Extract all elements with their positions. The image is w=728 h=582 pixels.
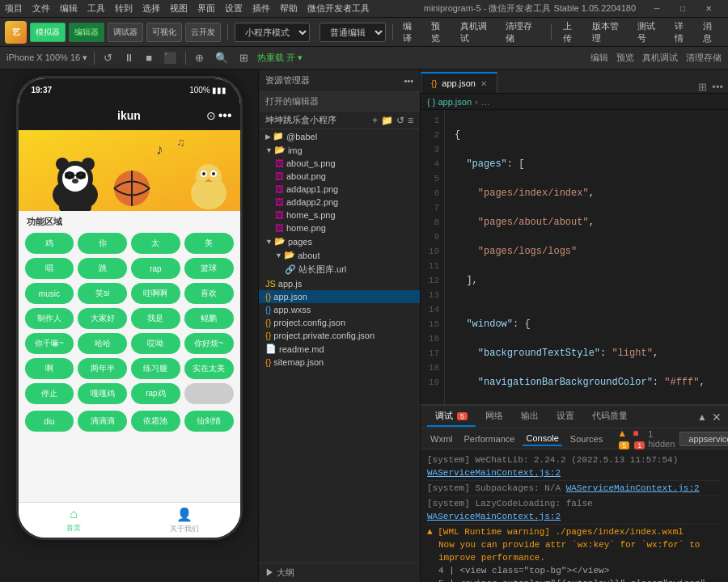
phone-func-btn[interactable]	[184, 383, 234, 404]
phone-func-btn[interactable]: 依霜池	[131, 411, 180, 432]
new-folder-icon[interactable]: 📁	[381, 115, 393, 126]
refresh-icon[interactable]: ↺	[101, 52, 115, 64]
menu-item-goto[interactable]: 转到	[115, 2, 133, 15]
tree-item-addapp1[interactable]: 🖼 addapp1.png	[259, 183, 420, 196]
console-close-icon[interactable]: ✕	[712, 411, 722, 424]
visual-button[interactable]: 可视化	[146, 23, 182, 42]
compile-mode-selector[interactable]: 普通编辑	[320, 23, 386, 42]
phone-func-btn[interactable]: 啊	[25, 358, 74, 379]
menu-item-plugins[interactable]: 插件	[252, 2, 270, 15]
code-content[interactable]: { "pages": [ "pages/index/index", "pages…	[445, 110, 728, 404]
phone-func-btn[interactable]: diu	[25, 411, 74, 432]
phone-func-btn[interactable]: 仙剑情	[184, 411, 234, 432]
editor-button[interactable]: 编辑器	[69, 23, 104, 42]
upload-button[interactable]: 上传	[560, 19, 583, 46]
menu-item-wechat[interactable]: 微信开发者工具	[307, 2, 370, 15]
minimize-button[interactable]: ─	[652, 4, 662, 14]
phone-func-btn[interactable]: 喜欢	[184, 283, 234, 304]
menu-item-view[interactable]: 视图	[170, 2, 188, 15]
breadcrumb-item[interactable]: { } app.json	[427, 97, 472, 107]
menu-item-settings[interactable]: 设置	[225, 2, 243, 15]
tree-item-home[interactable]: 🖼 home.png	[259, 221, 420, 234]
console-tab-quality[interactable]: 代码质量	[584, 407, 636, 427]
simulator-button[interactable]: 模拟器	[30, 23, 66, 42]
phone-header-share[interactable]: ⊙	[206, 109, 216, 122]
source-link[interactable]: WAServiceMainContext.js:2	[566, 483, 700, 493]
phone-func-btn[interactable]: 你千嘛~	[25, 333, 74, 354]
more-actions-icon[interactable]: •••	[712, 81, 723, 93]
debugger-button[interactable]: 调试器	[108, 23, 143, 42]
close-button[interactable]: ✕	[704, 4, 713, 14]
hotreload-toggle[interactable]: 热重载 开 ▾	[257, 52, 303, 64]
phone-func-btn[interactable]: 鸡	[25, 233, 74, 254]
console-collapse-icon[interactable]: ▲	[697, 411, 707, 423]
compile-button[interactable]: 编译	[400, 19, 423, 46]
tree-item-appwxss[interactable]: {} app.wxss	[259, 303, 420, 316]
phone-func-btn[interactable]: 哇啊啊	[131, 283, 180, 304]
phone-func-btn[interactable]: 练习腿	[131, 358, 180, 379]
phone-func-btn[interactable]: 两年半	[78, 358, 127, 379]
real-debug-btn2[interactable]: 真机调试	[642, 52, 678, 64]
phone-func-btn[interactable]: 哎呦	[131, 333, 180, 354]
new-file-icon[interactable]: +	[372, 115, 378, 126]
phone-func-btn[interactable]: 嘎嘎鸡	[78, 383, 127, 404]
phone-func-btn[interactable]: 滴滴滴	[78, 411, 127, 432]
home-icon[interactable]: ⬛	[161, 52, 179, 64]
tree-item-projprivconf[interactable]: {} project.private.config.json	[259, 329, 420, 342]
source-link[interactable]: WAServiceMainContext.js:2	[427, 468, 561, 478]
outline-section[interactable]: ▶ 大纲	[259, 563, 420, 582]
collapse-all-icon[interactable]: ≡	[408, 115, 413, 126]
phone-func-btn[interactable]: 笑si	[78, 283, 127, 304]
console-tab-network[interactable]: 网络	[477, 407, 511, 427]
tree-item-sitemap[interactable]: {} sitemap.json	[259, 356, 420, 369]
tree-item-appjs[interactable]: JS app.js	[259, 277, 420, 290]
clear-cache-button[interactable]: 清理存储	[502, 19, 543, 46]
tree-item-babel[interactable]: ▶ 📁 @babel	[259, 129, 420, 143]
notification-icon[interactable]: ⊞	[237, 52, 251, 64]
compile-btn2[interactable]: 编辑	[590, 52, 608, 64]
menu-item-project[interactable]: 项目	[5, 2, 23, 15]
code-editor[interactable]: 12345 678910 1112131415 16171819 { "page…	[421, 110, 728, 404]
phone-rotate-icon[interactable]: ⊕	[193, 52, 206, 64]
tree-item-pages[interactable]: ▼ 📂 pages	[259, 234, 420, 248]
performance-btn[interactable]: Performance	[461, 432, 518, 445]
phone-func-btn[interactable]: 你好烦~	[184, 333, 234, 354]
cloud-button[interactable]: 云开发	[185, 23, 221, 42]
phone-func-btn[interactable]: 跳	[78, 258, 127, 279]
editor-tab-appjson[interactable]: {} app.json ✕	[421, 72, 497, 93]
phone-func-btn[interactable]: music	[25, 283, 74, 304]
console-tab-debug[interactable]: 调试 5	[427, 407, 476, 427]
tree-item-projconf[interactable]: {} project.config.json	[259, 316, 420, 329]
version-button[interactable]: 版本管理	[589, 19, 629, 46]
menu-item-file[interactable]: 文件	[32, 2, 50, 15]
tree-item-about[interactable]: 🖼 about.png	[259, 170, 420, 183]
phone-tab-about[interactable]: 👤 关于我们	[129, 503, 240, 538]
phone-func-btn[interactable]: 鲲鹏	[184, 308, 234, 329]
mode-selector[interactable]: 小程序模式	[235, 23, 310, 42]
device-selector[interactable]: iPhone X 100% 16 ▾	[6, 53, 87, 63]
pause-icon[interactable]: ⏸	[121, 52, 137, 64]
phone-func-btn[interactable]: 太	[131, 233, 180, 254]
tree-item-homes[interactable]: 🖼 home_s.png	[259, 209, 420, 221]
console-btn[interactable]: Console	[523, 432, 561, 446]
menu-item-tools[interactable]: 工具	[87, 2, 105, 15]
details-button[interactable]: 详情	[671, 19, 695, 46]
console-tab-output[interactable]: 输出	[513, 407, 547, 427]
phone-func-btn[interactable]: rap	[131, 258, 180, 279]
tree-item-readme[interactable]: 📄 readme.md	[259, 342, 420, 356]
console-tab-settings[interactable]: 设置	[548, 407, 582, 427]
phone-func-btn[interactable]: 实在太美	[184, 358, 234, 379]
phone-func-btn[interactable]: 大家好	[78, 308, 127, 329]
tree-item-about-folder[interactable]: ▼ 📂 about	[259, 248, 420, 262]
resource-manager-menu[interactable]: •••	[404, 76, 413, 86]
tree-item-img[interactable]: ▼ 📂 img	[259, 143, 420, 157]
sources-btn[interactable]: Sources	[567, 432, 606, 445]
preview-button[interactable]: 预览	[428, 19, 451, 46]
refresh-tree-icon[interactable]: ↺	[396, 115, 404, 126]
split-editor-icon[interactable]: ⊞	[698, 81, 707, 93]
save-storage-btn[interactable]: 清理存储	[686, 52, 722, 64]
network-icon[interactable]: 🔍	[213, 52, 231, 64]
real-debug-button[interactable]: 真机调试	[457, 19, 497, 46]
menu-item-edit[interactable]: 编辑	[60, 2, 78, 15]
phone-func-btn[interactable]: rap鸡	[131, 383, 180, 404]
